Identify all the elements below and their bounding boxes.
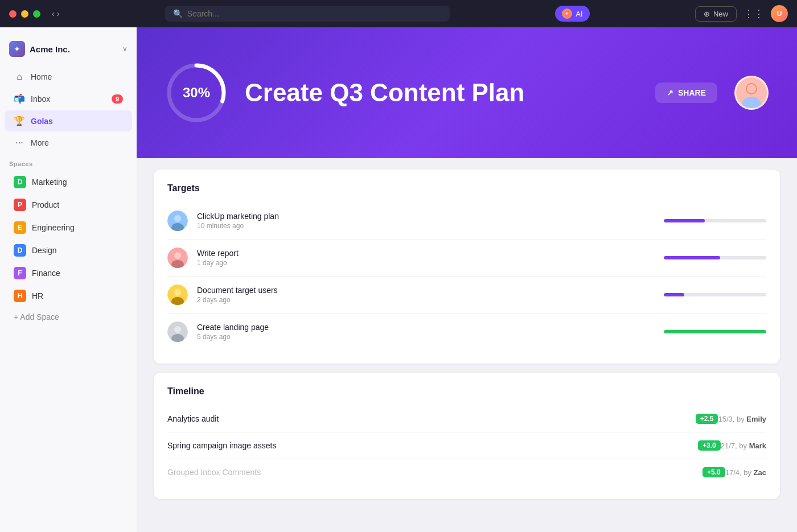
cards-container: Targets ClickUp marketing plan 10 minute… <box>137 158 797 510</box>
timeline-meta-3: 17/4, by Zac <box>725 468 766 477</box>
topbar: ‹ › 🔍 ✦ AI ⊕ New ⋮⋮ U <box>0 0 797 27</box>
search-bar[interactable]: 🔍 <box>165 6 450 22</box>
timeline-meta-1: 15/3, by Emily <box>718 415 766 423</box>
progress-text: 30% <box>183 85 210 101</box>
sidebar-item-engineering[interactable]: E Engineering <box>5 217 132 238</box>
more-icon: ··· <box>14 138 25 148</box>
progress-fill-2 <box>664 256 720 259</box>
topbar-right: ⊕ New ⋮⋮ U <box>695 5 788 22</box>
share-button[interactable]: ↗ SHARE <box>655 83 717 103</box>
timeline-name-2: Spring campaign image assets <box>167 441 692 450</box>
sidebar-item-design-label: Design <box>32 246 57 255</box>
target-time-4: 5 days ago <box>197 333 655 341</box>
ai-label: AI <box>576 10 582 18</box>
target-name-2: Write report <box>197 249 655 258</box>
svg-point-13 <box>174 289 181 296</box>
progress-fill-1 <box>664 219 705 222</box>
sidebar-item-hr-label: HR <box>32 291 43 300</box>
targets-section-title: Targets <box>167 183 766 193</box>
ai-button[interactable]: ✦ AI <box>555 6 589 22</box>
target-info-4: Create landing page 5 days ago <box>197 323 655 341</box>
workspace-name: Acme Inc. <box>30 44 118 54</box>
hr-dot: H <box>14 290 26 302</box>
sidebar-item-design[interactable]: D Design <box>5 240 132 261</box>
timeline-item: Grouped Inbox Comments +5.0 17/4, by Zac <box>167 459 766 485</box>
timeline-meta-2: 21/7, by Mark <box>721 442 766 450</box>
engineering-dot: E <box>14 221 26 234</box>
target-name-1: ClickUp marketing plan <box>197 212 655 221</box>
timeline-name-1: Analytics audit <box>167 414 690 423</box>
sidebar-item-hr[interactable]: H HR <box>5 285 132 307</box>
timeline-item: Analytics audit +2.5 15/3, by Emily <box>167 406 766 432</box>
target-time-1: 10 minutes ago <box>197 222 655 230</box>
target-item: Write report 1 day ago <box>167 240 766 277</box>
target-info-2: Write report 1 day ago <box>197 249 655 267</box>
nav-arrows: ‹ › <box>52 9 59 18</box>
workspace-logo: ✦ <box>9 41 25 57</box>
timeline-badge-1: +2.5 <box>696 414 718 424</box>
target-avatar-4 <box>167 321 188 342</box>
progress-ring: 30% <box>165 61 228 124</box>
sidebar-item-goals-label: Golas <box>31 117 53 126</box>
close-window-button[interactable] <box>9 10 17 18</box>
target-progress-2 <box>664 256 766 259</box>
sidebar-item-inbox[interactable]: 📬 Inbox 9 <box>5 88 132 109</box>
inbox-icon: 📬 <box>14 93 25 104</box>
target-item: ClickUp marketing plan 10 minutes ago <box>167 203 766 240</box>
target-name-4: Create landing page <box>197 323 655 332</box>
share-label: SHARE <box>678 88 706 97</box>
sidebar-item-finance-label: Finance <box>32 269 60 278</box>
sidebar-item-finance[interactable]: F Finance <box>5 262 132 284</box>
home-icon: ⌂ <box>14 72 25 82</box>
timeline-section-title: Timeline <box>167 386 766 397</box>
goals-icon: 🏆 <box>14 116 25 126</box>
target-avatar-1 <box>167 211 188 231</box>
avatar-illustration <box>736 77 767 108</box>
add-space-button[interactable]: + Add Space <box>5 308 132 326</box>
new-button[interactable]: ⊕ New <box>695 6 737 22</box>
workspace-header[interactable]: ✦ Acme Inc. ∨ <box>0 36 137 66</box>
timeline-item: Spring campaign image assets +3.0 21/7, … <box>167 432 766 459</box>
target-avatar-3 <box>167 284 188 305</box>
sidebar-item-engineering-label: Engineering <box>32 223 75 232</box>
hero-banner: 30% Create Q3 Content Plan ↗ SHARE <box>137 27 797 158</box>
back-button[interactable]: ‹ <box>52 9 55 18</box>
sidebar-item-more[interactable]: ··· More <box>5 133 132 153</box>
target-avatar-2 <box>167 248 188 268</box>
design-dot: D <box>14 244 26 257</box>
content-area: 30% Create Q3 Content Plan ↗ SHARE Targe… <box>137 27 797 532</box>
search-input[interactable] <box>187 9 442 18</box>
sidebar-item-more-label: More <box>31 138 49 147</box>
main-layout: ✦ Acme Inc. ∨ ⌂ Home 📬 Inbox 9 🏆 Golas ·… <box>0 27 797 532</box>
svg-point-5 <box>747 84 756 93</box>
finance-dot: F <box>14 267 26 279</box>
spaces-section-label: Spaces <box>0 154 137 171</box>
new-plus-icon: ⊕ <box>704 10 710 18</box>
svg-point-10 <box>174 252 181 259</box>
progress-fill-4 <box>664 330 766 333</box>
target-item: Create landing page 5 days ago <box>167 314 766 350</box>
svg-point-7 <box>174 215 181 222</box>
sidebar-item-home[interactable]: ⌂ Home <box>5 67 132 87</box>
sidebar-item-marketing-label: Marketing <box>32 178 67 187</box>
grid-icon[interactable]: ⋮⋮ <box>743 7 764 20</box>
search-icon: 🔍 <box>173 9 183 18</box>
user-avatar[interactable]: U <box>771 5 788 22</box>
sidebar-item-product[interactable]: P Product <box>5 194 132 216</box>
hero-avatar[interactable] <box>734 76 769 110</box>
add-space-label: + Add Space <box>14 312 59 321</box>
sidebar-item-product-label: Product <box>32 200 59 209</box>
sidebar-item-marketing[interactable]: D Marketing <box>5 171 132 193</box>
inbox-badge: 9 <box>112 94 123 104</box>
timeline-badge-3: +5.0 <box>702 467 725 477</box>
forward-button[interactable]: › <box>57 9 60 18</box>
minimize-window-button[interactable] <box>21 10 28 18</box>
new-label: New <box>713 10 728 18</box>
marketing-dot: D <box>14 176 26 188</box>
sidebar-item-goals[interactable]: 🏆 Golas <box>5 110 132 131</box>
sidebar-item-home-label: Home <box>31 72 52 81</box>
workspace-logo-icon: ✦ <box>14 44 20 53</box>
sidebar-item-inbox-label: Inbox <box>31 94 50 104</box>
targets-card: Targets ClickUp marketing plan 10 minute… <box>154 170 780 364</box>
maximize-window-button[interactable] <box>33 10 40 18</box>
